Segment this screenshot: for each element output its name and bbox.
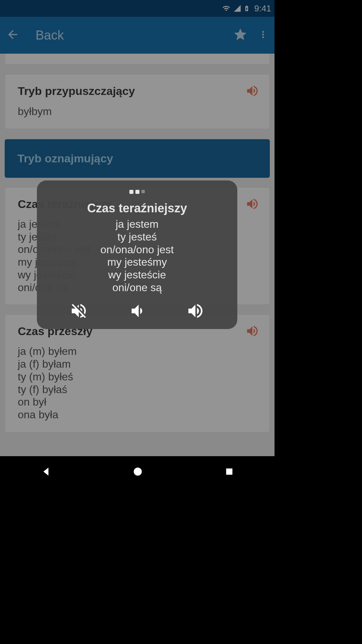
loading-indicator: [43, 190, 231, 194]
svg-rect-1: [226, 469, 232, 475]
volume-up-icon: [186, 302, 205, 320]
popup-title: Czas teraźniejszy: [43, 201, 231, 215]
dot-icon: [129, 190, 133, 194]
popup-line: ja jestem: [43, 218, 231, 231]
popup-line: ty jesteś: [43, 231, 231, 244]
dot-icon: [141, 190, 145, 193]
mute-button[interactable]: [69, 302, 88, 322]
screen: Tryb przypuszczający byłbym Tryb oznajmu…: [0, 0, 275, 488]
square-recent-icon: [224, 466, 235, 477]
popup-line: oni/one są: [43, 281, 231, 294]
dot-icon: [135, 190, 139, 194]
nav-back-button[interactable]: [40, 466, 52, 479]
popup-controls: [43, 302, 231, 322]
svg-point-0: [134, 468, 142, 476]
volume-down-icon: [128, 302, 146, 320]
triangle-back-icon: [40, 466, 52, 478]
volume-high-button[interactable]: [186, 302, 205, 322]
system-nav-bar: [0, 456, 275, 488]
popup-line: wy jesteście: [43, 269, 231, 281]
audio-popup: Czas teraźniejszy ja jestem ty jesteś on…: [37, 180, 237, 329]
nav-recent-button[interactable]: [224, 466, 235, 478]
popup-line: on/ona/ono jest: [43, 244, 231, 256]
nav-home-button[interactable]: [132, 466, 144, 479]
volume-low-button[interactable]: [128, 302, 146, 322]
circle-home-icon: [132, 466, 144, 478]
volume-off-icon: [69, 302, 88, 320]
popup-line: my jesteśmy: [43, 256, 231, 269]
